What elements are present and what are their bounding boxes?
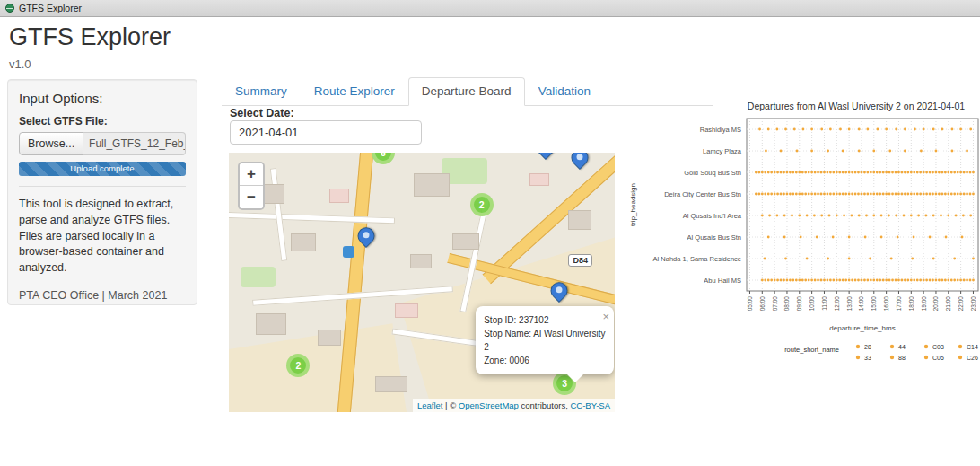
map-building: [568, 210, 591, 230]
svg-text:Al Nahda 1, Sama Residence: Al Nahda 1, Sama Residence: [653, 255, 741, 263]
svg-text:22:00: 22:00: [958, 296, 964, 312]
svg-text:05:00: 05:00: [747, 296, 753, 312]
svg-text:C26: C26: [967, 355, 978, 361]
svg-text:07:00: 07:00: [772, 296, 778, 312]
map-building: [375, 376, 407, 392]
svg-text:17:00: 17:00: [896, 296, 902, 312]
tab-validation[interactable]: Validation: [525, 77, 604, 106]
attribution-text: | ©: [442, 400, 458, 410]
svg-text:14:00: 14:00: [858, 296, 864, 312]
svg-text:Gold Souq Bus Stn: Gold Souq Bus Stn: [684, 169, 741, 177]
tab-summary[interactable]: Summary: [222, 77, 301, 106]
svg-text:08:00: 08:00: [783, 296, 790, 312]
map-building: [318, 330, 341, 346]
date-input[interactable]: [230, 120, 422, 145]
date-label: Select Date:: [230, 107, 294, 119]
svg-text:C14: C14: [967, 344, 978, 350]
popup-zone: Zone: 0006: [484, 354, 606, 367]
input-options-panel: Input Options: Select GTFS File: Browse.…: [7, 79, 197, 305]
file-input-label: Select GTFS File:: [19, 115, 186, 127]
cluster-marker[interactable]: 6: [372, 153, 395, 164]
transit-station-icon: [343, 246, 354, 258]
map-zoom-control: + −: [238, 162, 265, 210]
tool-description: This tool is designed to extract, parse …: [19, 197, 186, 277]
app-version: v1.0: [9, 57, 31, 71]
popup-stop-id: Stop ID: 237102: [484, 313, 606, 327]
stop-marker[interactable]: [550, 282, 567, 299]
stop-marker[interactable]: [357, 227, 374, 244]
map-building: [452, 233, 479, 250]
svg-text:13:00: 13:00: [846, 296, 853, 312]
svg-text:trip_headsign: trip_headsign: [629, 183, 637, 226]
svg-text:06:00: 06:00: [759, 296, 766, 312]
cluster-count: 2: [295, 360, 301, 371]
map-attribution: Leaflet | © OpenStreetMap contributors, …: [413, 399, 615, 412]
map-building: [414, 173, 450, 197]
chart-canvas: Rashidiya MSLamcy PlazaGold Souq Bus Stn…: [626, 115, 980, 372]
stop-marker[interactable]: [537, 153, 554, 156]
svg-text:19:00: 19:00: [921, 296, 927, 312]
popup-stop-name: Stop Name: Al Wasl University 2: [484, 327, 606, 354]
svg-text:28: 28: [864, 344, 871, 350]
map-building: [291, 233, 316, 251]
svg-text:16:00: 16:00: [883, 296, 889, 312]
upload-status-text: Upload complete: [19, 163, 186, 173]
svg-text:Rashidiya MS: Rashidiya MS: [700, 126, 741, 134]
road-ref-badge: D84: [568, 254, 592, 267]
map-building: [410, 254, 432, 268]
svg-text:11:00: 11:00: [821, 296, 827, 311]
svg-text:Al Qusais Bus Stn: Al Qusais Bus Stn: [687, 233, 741, 242]
license-link[interactable]: CC-BY-SA: [570, 400, 610, 410]
svg-text:Al Qusais Ind'l Area: Al Qusais Ind'l Area: [683, 212, 742, 220]
map-green-area: [241, 267, 276, 287]
chart-title: Departures from Al Wasl University 2 on …: [732, 101, 980, 111]
svg-text:Lamcy Plaza: Lamcy Plaza: [703, 147, 742, 155]
cluster-marker[interactable]: 2: [470, 193, 494, 216]
departures-chart: Departures from Al Wasl University 2 on …: [626, 101, 980, 372]
svg-text:Abu Hail MS: Abu Hail MS: [704, 277, 741, 285]
svg-text:route_short_name: route_short_name: [784, 346, 839, 354]
cluster-marker[interactable]: 2: [286, 354, 310, 377]
svg-text:23:00: 23:00: [970, 296, 976, 312]
cluster-count: 6: [381, 153, 386, 158]
map-building: [395, 303, 418, 318]
svg-text:44: 44: [898, 344, 906, 350]
selected-file-name: Full_GTFS_12_Feb_2: [83, 132, 186, 155]
svg-text:departure_time_hms: departure_time_hms: [829, 324, 895, 332]
browse-button[interactable]: Browse...: [19, 132, 83, 155]
file-input-group: Browse... Full_GTFS_12_Feb_2: [19, 132, 186, 155]
zoom-in-button[interactable]: +: [240, 163, 263, 186]
attribution-text: contributors,: [519, 400, 571, 410]
panel-heading: Input Options:: [19, 91, 186, 106]
svg-text:09:00: 09:00: [796, 296, 802, 312]
cluster-count: 2: [479, 199, 485, 210]
svg-text:18:00: 18:00: [908, 296, 914, 312]
leaflet-link[interactable]: Leaflet: [417, 400, 443, 410]
titlebar: GTFS Explorer: [0, 0, 980, 17]
svg-text:12:00: 12:00: [834, 296, 840, 312]
stop-popup: × Stop ID: 237102 Stop Name: Al Wasl Uni…: [476, 306, 614, 374]
osm-link[interactable]: OpenStreetMap: [459, 400, 519, 410]
svg-text:C03: C03: [932, 344, 944, 350]
map[interactable]: + − D84 × Stop ID: 237102 Stop Name: Al …: [229, 153, 615, 412]
map-road: [229, 212, 395, 224]
svg-text:10:00: 10:00: [809, 296, 815, 312]
app-globe-icon: [5, 4, 14, 13]
svg-text:Deira City Center Bus Stn: Deira City Center Bus Stn: [664, 190, 741, 198]
map-building: [256, 313, 286, 335]
zoom-out-button[interactable]: −: [240, 186, 263, 208]
stop-marker[interactable]: [572, 153, 589, 167]
svg-text:15:00: 15:00: [871, 296, 877, 312]
svg-text:C05: C05: [932, 355, 944, 361]
svg-text:33: 33: [864, 355, 871, 361]
tab-departure-board[interactable]: Departure Board: [408, 77, 525, 106]
window-title: GTFS Explorer: [19, 3, 82, 13]
svg-text:88: 88: [898, 355, 906, 361]
tab-route-explorer[interactable]: Route Explorer: [301, 77, 408, 106]
map-building: [529, 173, 549, 186]
divider: [19, 186, 186, 187]
upload-progress-bar: Upload complete: [19, 162, 186, 176]
popup-close-icon[interactable]: ×: [603, 308, 610, 326]
page-title: GTFS Explorer: [9, 23, 171, 51]
svg-text:20:00: 20:00: [932, 296, 939, 312]
